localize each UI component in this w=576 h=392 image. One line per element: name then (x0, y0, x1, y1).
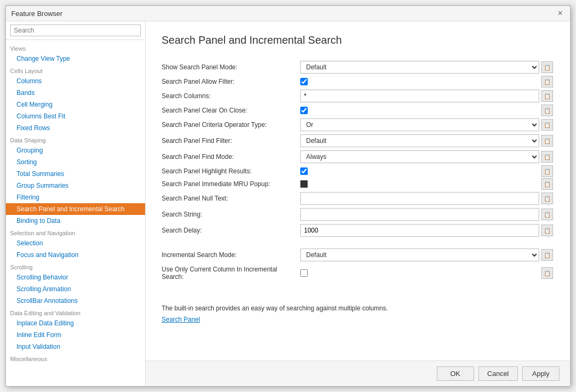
sidebar-item-search-panel[interactable]: Search Panel and Incremental Search (6, 203, 145, 215)
category-data-editing: Data Editing and Validation (6, 307, 145, 317)
footer-area: The built-in search provides an easy way… (162, 305, 554, 323)
control-search-panel-allow-filter (300, 75, 539, 88)
close-icon[interactable]: × (556, 9, 565, 18)
sidebar-item-scrollbar-annotations[interactable]: ScrollBar Annotations (6, 295, 145, 307)
checkbox-search-panel-highlight-results[interactable] (300, 167, 308, 175)
sidebar-item-focus-navigation[interactable]: Focus and Navigation (6, 249, 145, 261)
sidebar-item-columns-best-fit[interactable]: Columns Best Fit (6, 110, 145, 122)
sidebar-item-cell-merging[interactable]: Cell Merging (6, 99, 145, 110)
sidebar-item-fixed-rows[interactable]: Fixed Rows (6, 122, 145, 134)
sidebar-item-total-summaries[interactable]: Total Summaries (6, 168, 145, 180)
category-selection-navigation: Selection and Navigation (6, 227, 145, 237)
select-show-search-panel-mode[interactable]: Default Always Never (300, 61, 539, 74)
checkbox-search-panel-allow-filter[interactable] (300, 78, 308, 85)
reset-search-panel-highlight-results[interactable]: 📋 (541, 165, 553, 177)
control-search-panel-clear-on-close (300, 104, 539, 117)
control-search-panel-immediate-mru-popup (300, 178, 539, 190)
sidebar-item-selection[interactable]: Selection (6, 237, 145, 249)
reset-search-delay[interactable]: 📋 (541, 225, 553, 236)
feature-browser-window: Feature Browser × Views Change View Type… (5, 5, 571, 387)
label-search-panel-find-filter: Search Panel Find Filter: (162, 134, 300, 147)
sidebar-item-binding-to-data[interactable]: Binding to Data (6, 215, 145, 227)
reset-search-panel-immediate-mru-popup[interactable]: 📋 (541, 178, 553, 190)
sidebar-item-change-view-type[interactable]: Change View Type (6, 53, 145, 65)
control-search-panel-null-text (300, 190, 539, 206)
control-search-string (300, 206, 539, 222)
sidebar-item-sorting[interactable]: Sorting (6, 156, 145, 168)
label-incremental-search-mode: Incremental Search Mode: (162, 249, 300, 261)
sidebar-item-scrolling-animation[interactable]: Scrolling Animation (6, 283, 145, 295)
checkbox-search-panel-immediate-mru-popup[interactable] (300, 180, 308, 188)
main-panel: Search Panel and Incremental Search Show… (146, 21, 570, 386)
input-search-columns[interactable] (300, 90, 539, 102)
footer-description: The built-in search provides an easy way… (162, 305, 554, 312)
reset-search-panel-criteria-operator-type[interactable]: 📋 (541, 119, 553, 131)
category-cells-layout: Cells Layout (6, 65, 145, 75)
cancel-button[interactable]: Cancel (478, 366, 518, 381)
reset-search-panel-find-filter[interactable]: 📋 (541, 135, 553, 147)
checkbox-use-only-current-column[interactable] (300, 269, 308, 277)
sidebar-list: Views Change View Type Cells Layout Colu… (6, 40, 145, 386)
reset-incremental-search-mode[interactable]: 📋 (541, 249, 553, 261)
sidebar-search-input[interactable] (10, 25, 141, 36)
control-search-delay (300, 222, 539, 238)
label-search-panel-find-mode: Search Panel Find Mode: (162, 150, 300, 163)
content-area: Views Change View Type Cells Layout Colu… (6, 21, 570, 386)
label-search-string: Search String: (162, 208, 300, 221)
select-incremental-search-mode[interactable]: Default Always Never (300, 249, 539, 261)
control-incremental-search-mode: Default Always Never (300, 247, 539, 263)
reset-show-search-panel-mode[interactable]: 📋 (541, 61, 553, 73)
control-search-panel-highlight-results (300, 165, 539, 178)
category-views: Views (6, 42, 145, 53)
category-scrolling: Scrolling (6, 261, 145, 271)
reset-use-only-current-column[interactable]: 📋 (541, 267, 553, 279)
sidebar-search-area (6, 21, 145, 40)
sidebar-item-grouping[interactable]: Grouping (6, 145, 145, 156)
sidebar-item-columns[interactable]: Columns (6, 75, 145, 87)
checkbox-search-panel-clear-on-close[interactable] (300, 107, 308, 114)
reset-search-panel-null-text[interactable]: 📋 (541, 193, 553, 204)
reset-search-panel-allow-filter[interactable]: 📋 (541, 76, 553, 87)
sidebar-item-inline-edit-form[interactable]: Inline Edit Form (6, 329, 145, 341)
reset-search-string[interactable]: 📋 (541, 209, 553, 220)
section-gap (162, 238, 554, 247)
label-search-columns: Search Columns: (162, 90, 300, 102)
control-show-search-panel-mode: Default Always Never (300, 59, 539, 75)
sidebar-item-input-validation[interactable]: Input Validation (6, 341, 145, 353)
ok-button[interactable]: OK (437, 366, 474, 381)
label-use-only-current-column: Use Only Current Column In Incremental S… (162, 263, 300, 283)
label-search-delay: Search Delay: (162, 224, 300, 237)
category-data-shaping: Data Shaping (6, 134, 145, 145)
label-search-panel-clear-on-close: Search Panel Clear On Close: (162, 104, 300, 117)
sidebar-item-group-summaries[interactable]: Group Summaries (6, 180, 145, 191)
select-search-panel-criteria-operator-type[interactable]: Or And (300, 118, 539, 131)
title-bar: Feature Browser × (6, 6, 570, 21)
footer-link-search-panel[interactable]: Search Panel (162, 316, 200, 323)
sidebar-item-filtering[interactable]: Filtering (6, 191, 145, 203)
select-search-panel-find-filter[interactable]: Default Contains StartsWith (300, 134, 539, 147)
label-search-panel-criteria-operator-type: Search Panel Criteria Operator Type: (162, 118, 300, 131)
category-miscellaneous: Miscellaneous (6, 353, 145, 363)
input-search-delay[interactable] (300, 224, 539, 237)
control-search-panel-criteria-operator-type: Or And (300, 117, 539, 133)
reset-search-panel-clear-on-close[interactable]: 📋 (541, 105, 553, 116)
apply-button[interactable]: Apply (522, 366, 559, 381)
label-search-panel-allow-filter: Search Panel Allow Filter: (162, 75, 300, 88)
main-content: Search Panel and Incremental Search Show… (146, 21, 570, 361)
control-search-columns (300, 88, 539, 104)
control-search-panel-find-filter: Default Contains StartsWith (300, 133, 539, 149)
bottom-bar: OK Cancel Apply (146, 361, 570, 386)
sidebar-item-bands[interactable]: Bands (6, 87, 145, 99)
label-search-panel-null-text: Search Panel Null Text: (162, 192, 300, 205)
input-search-string[interactable] (300, 208, 539, 221)
control-use-only-current-column (300, 267, 539, 279)
window-title: Feature Browser (11, 10, 62, 18)
reset-search-columns[interactable]: 📋 (541, 90, 553, 102)
reset-search-panel-find-mode[interactable]: 📋 (541, 151, 553, 163)
select-search-panel-find-mode[interactable]: Default Always Never (300, 150, 539, 163)
input-search-panel-null-text[interactable] (300, 192, 539, 205)
sidebar-item-scrolling-behavior[interactable]: Scrolling Behavior (6, 271, 145, 283)
label-search-panel-highlight-results: Search Panel Highlight Results: (162, 165, 300, 178)
sidebar: Views Change View Type Cells Layout Colu… (6, 21, 146, 386)
sidebar-item-inplace-data-editing[interactable]: Inplace Data Editing (6, 317, 145, 329)
